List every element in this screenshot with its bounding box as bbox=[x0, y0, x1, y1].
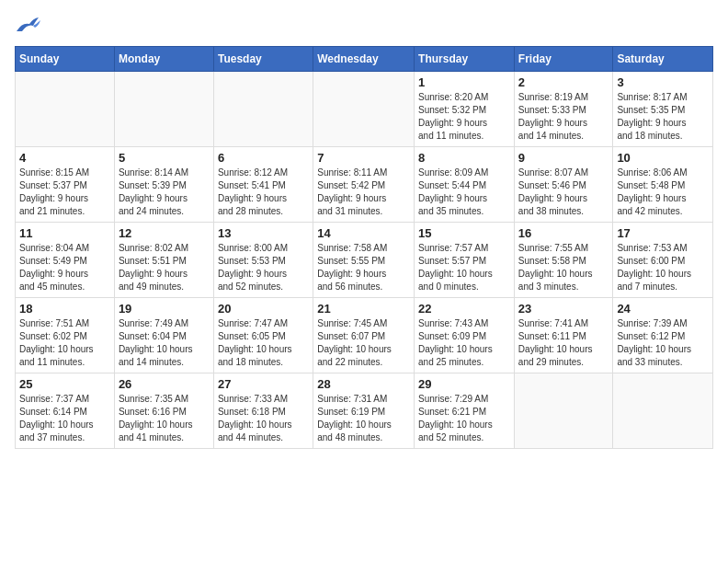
calendar-cell: 4Sunrise: 8:15 AM Sunset: 5:37 PM Daylig… bbox=[16, 147, 115, 223]
day-info: Sunrise: 8:15 AM Sunset: 5:37 PM Dayligh… bbox=[19, 167, 110, 218]
calendar-cell: 12Sunrise: 8:02 AM Sunset: 5:51 PM Dayli… bbox=[114, 223, 213, 298]
calendar-cell: 13Sunrise: 8:00 AM Sunset: 5:53 PM Dayli… bbox=[213, 223, 313, 298]
calendar-table: SundayMondayTuesdayWednesdayThursdayFrid… bbox=[15, 46, 713, 449]
day-number: 17 bbox=[617, 226, 709, 240]
calendar-cell bbox=[514, 373, 613, 449]
day-info: Sunrise: 7:57 AM Sunset: 5:57 PM Dayligh… bbox=[418, 242, 510, 293]
day-info: Sunrise: 8:06 AM Sunset: 5:48 PM Dayligh… bbox=[617, 167, 709, 218]
day-info: Sunrise: 7:43 AM Sunset: 6:09 PM Dayligh… bbox=[418, 317, 510, 369]
day-number: 24 bbox=[617, 302, 709, 316]
day-number: 6 bbox=[218, 151, 309, 165]
day-info: Sunrise: 7:33 AM Sunset: 6:18 PM Dayligh… bbox=[218, 393, 309, 444]
calendar-cell: 17Sunrise: 7:53 AM Sunset: 6:00 PM Dayli… bbox=[613, 223, 713, 298]
calendar-cell: 6Sunrise: 8:12 AM Sunset: 5:41 PM Daylig… bbox=[213, 147, 313, 223]
day-number: 4 bbox=[19, 151, 110, 165]
calendar-cell: 10Sunrise: 8:06 AM Sunset: 5:48 PM Dayli… bbox=[613, 147, 713, 223]
day-info: Sunrise: 8:12 AM Sunset: 5:41 PM Dayligh… bbox=[218, 167, 309, 218]
weekday-header-sunday: Sunday bbox=[16, 47, 115, 72]
day-info: Sunrise: 7:29 AM Sunset: 6:21 PM Dayligh… bbox=[418, 393, 510, 444]
logo bbox=[15, 15, 44, 35]
calendar-cell: 26Sunrise: 7:35 AM Sunset: 6:16 PM Dayli… bbox=[114, 373, 213, 449]
day-number: 9 bbox=[518, 151, 609, 165]
day-number: 14 bbox=[317, 226, 410, 240]
day-info: Sunrise: 7:39 AM Sunset: 6:12 PM Dayligh… bbox=[617, 317, 709, 369]
calendar-cell: 23Sunrise: 7:41 AM Sunset: 6:11 PM Dayli… bbox=[514, 298, 613, 373]
header bbox=[15, 15, 713, 35]
calendar-cell: 16Sunrise: 7:55 AM Sunset: 5:58 PM Dayli… bbox=[514, 223, 613, 298]
weekday-header-tuesday: Tuesday bbox=[213, 47, 313, 72]
calendar-cell bbox=[114, 72, 213, 147]
day-number: 13 bbox=[218, 226, 309, 240]
day-number: 15 bbox=[418, 226, 510, 240]
day-number: 3 bbox=[617, 75, 709, 89]
calendar-cell: 1Sunrise: 8:20 AM Sunset: 5:32 PM Daylig… bbox=[415, 72, 515, 147]
calendar-cell bbox=[313, 72, 415, 147]
calendar-cell: 3Sunrise: 8:17 AM Sunset: 5:35 PM Daylig… bbox=[613, 72, 713, 147]
day-info: Sunrise: 7:58 AM Sunset: 5:55 PM Dayligh… bbox=[317, 242, 410, 293]
day-number: 27 bbox=[218, 377, 309, 391]
day-number: 26 bbox=[119, 377, 210, 391]
day-info: Sunrise: 7:53 AM Sunset: 6:00 PM Dayligh… bbox=[617, 242, 709, 293]
day-info: Sunrise: 7:37 AM Sunset: 6:14 PM Dayligh… bbox=[19, 393, 110, 444]
calendar-cell: 25Sunrise: 7:37 AM Sunset: 6:14 PM Dayli… bbox=[16, 373, 115, 449]
calendar-cell: 21Sunrise: 7:45 AM Sunset: 6:07 PM Dayli… bbox=[313, 298, 415, 373]
day-number: 5 bbox=[119, 151, 210, 165]
calendar-cell bbox=[613, 373, 713, 449]
weekday-header-saturday: Saturday bbox=[613, 47, 713, 72]
day-number: 10 bbox=[617, 151, 709, 165]
day-number: 22 bbox=[418, 302, 510, 316]
calendar-week-row: 4Sunrise: 8:15 AM Sunset: 5:37 PM Daylig… bbox=[16, 147, 713, 223]
day-info: Sunrise: 8:19 AM Sunset: 5:33 PM Dayligh… bbox=[518, 91, 609, 143]
day-info: Sunrise: 8:04 AM Sunset: 5:49 PM Dayligh… bbox=[19, 242, 110, 293]
day-info: Sunrise: 7:31 AM Sunset: 6:19 PM Dayligh… bbox=[317, 393, 410, 444]
calendar-cell: 19Sunrise: 7:49 AM Sunset: 6:04 PM Dayli… bbox=[114, 298, 213, 373]
calendar-cell: 27Sunrise: 7:33 AM Sunset: 6:18 PM Dayli… bbox=[213, 373, 313, 449]
day-number: 2 bbox=[518, 75, 609, 89]
calendar-cell bbox=[16, 72, 115, 147]
calendar-week-row: 1Sunrise: 8:20 AM Sunset: 5:32 PM Daylig… bbox=[16, 72, 713, 147]
day-info: Sunrise: 8:14 AM Sunset: 5:39 PM Dayligh… bbox=[119, 167, 210, 218]
calendar-cell: 18Sunrise: 7:51 AM Sunset: 6:02 PM Dayli… bbox=[16, 298, 115, 373]
day-number: 25 bbox=[19, 377, 110, 391]
day-number: 19 bbox=[119, 302, 210, 316]
weekday-header-row: SundayMondayTuesdayWednesdayThursdayFrid… bbox=[16, 47, 713, 72]
day-info: Sunrise: 7:41 AM Sunset: 6:11 PM Dayligh… bbox=[518, 317, 609, 369]
calendar-week-row: 18Sunrise: 7:51 AM Sunset: 6:02 PM Dayli… bbox=[16, 298, 713, 373]
calendar-week-row: 25Sunrise: 7:37 AM Sunset: 6:14 PM Dayli… bbox=[16, 373, 713, 449]
calendar-cell: 9Sunrise: 8:07 AM Sunset: 5:46 PM Daylig… bbox=[514, 147, 613, 223]
day-number: 18 bbox=[19, 302, 110, 316]
calendar-cell: 20Sunrise: 7:47 AM Sunset: 6:05 PM Dayli… bbox=[213, 298, 313, 373]
day-info: Sunrise: 7:45 AM Sunset: 6:07 PM Dayligh… bbox=[317, 317, 410, 369]
day-info: Sunrise: 8:20 AM Sunset: 5:32 PM Dayligh… bbox=[418, 91, 510, 143]
calendar-cell: 7Sunrise: 8:11 AM Sunset: 5:42 PM Daylig… bbox=[313, 147, 415, 223]
day-info: Sunrise: 8:02 AM Sunset: 5:51 PM Dayligh… bbox=[119, 242, 210, 293]
weekday-header-wednesday: Wednesday bbox=[313, 47, 415, 72]
weekday-header-friday: Friday bbox=[514, 47, 613, 72]
day-number: 20 bbox=[218, 302, 309, 316]
calendar-cell bbox=[213, 72, 313, 147]
calendar-cell: 29Sunrise: 7:29 AM Sunset: 6:21 PM Dayli… bbox=[415, 373, 515, 449]
day-info: Sunrise: 8:11 AM Sunset: 5:42 PM Dayligh… bbox=[317, 167, 410, 218]
day-number: 11 bbox=[19, 226, 110, 240]
calendar-cell: 8Sunrise: 8:09 AM Sunset: 5:44 PM Daylig… bbox=[415, 147, 515, 223]
day-number: 21 bbox=[317, 302, 410, 316]
day-info: Sunrise: 8:17 AM Sunset: 5:35 PM Dayligh… bbox=[617, 91, 709, 143]
weekday-header-thursday: Thursday bbox=[415, 47, 515, 72]
calendar-cell: 22Sunrise: 7:43 AM Sunset: 6:09 PM Dayli… bbox=[415, 298, 515, 373]
day-number: 23 bbox=[518, 302, 609, 316]
day-info: Sunrise: 8:00 AM Sunset: 5:53 PM Dayligh… bbox=[218, 242, 309, 293]
calendar-week-row: 11Sunrise: 8:04 AM Sunset: 5:49 PM Dayli… bbox=[16, 223, 713, 298]
logo-bird-icon bbox=[15, 15, 40, 35]
day-info: Sunrise: 8:07 AM Sunset: 5:46 PM Dayligh… bbox=[518, 167, 609, 218]
day-number: 28 bbox=[317, 377, 410, 391]
calendar-cell: 15Sunrise: 7:57 AM Sunset: 5:57 PM Dayli… bbox=[415, 223, 515, 298]
day-info: Sunrise: 7:47 AM Sunset: 6:05 PM Dayligh… bbox=[218, 317, 309, 369]
calendar-cell: 28Sunrise: 7:31 AM Sunset: 6:19 PM Dayli… bbox=[313, 373, 415, 449]
day-info: Sunrise: 7:51 AM Sunset: 6:02 PM Dayligh… bbox=[19, 317, 110, 369]
day-info: Sunrise: 7:55 AM Sunset: 5:58 PM Dayligh… bbox=[518, 242, 609, 293]
day-number: 1 bbox=[418, 75, 510, 89]
calendar-cell: 2Sunrise: 8:19 AM Sunset: 5:33 PM Daylig… bbox=[514, 72, 613, 147]
day-number: 7 bbox=[317, 151, 410, 165]
day-info: Sunrise: 7:49 AM Sunset: 6:04 PM Dayligh… bbox=[119, 317, 210, 369]
day-number: 29 bbox=[418, 377, 510, 391]
